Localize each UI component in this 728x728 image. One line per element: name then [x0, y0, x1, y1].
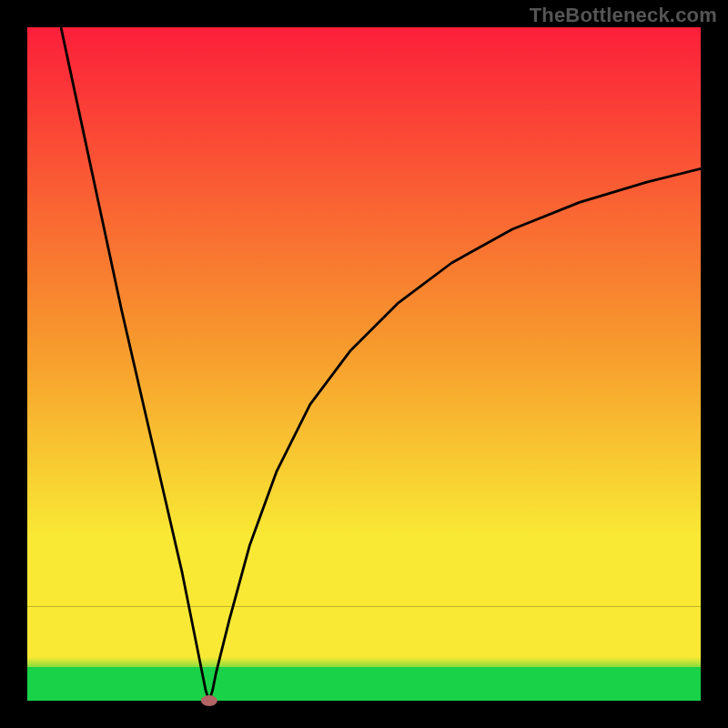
gradient-band: [27, 27, 701, 606]
minimum-dot: [201, 695, 217, 706]
chart-root: TheBottleneck.com: [0, 0, 728, 728]
chart-svg: [0, 0, 728, 728]
watermark-text: TheBottleneck.com: [530, 4, 717, 27]
green-band: [27, 667, 701, 701]
